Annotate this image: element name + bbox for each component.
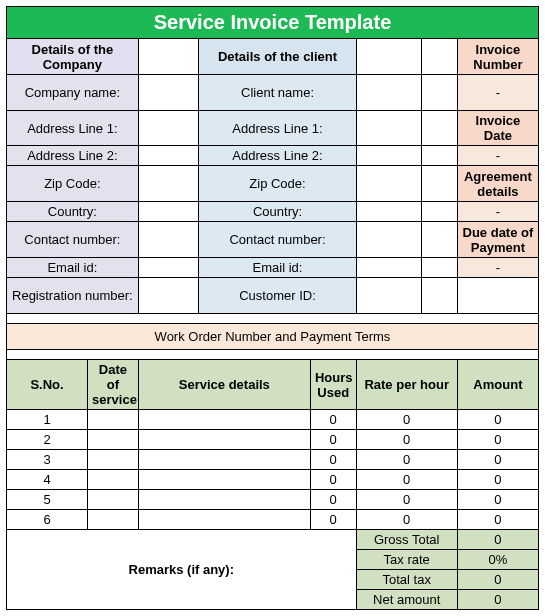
remarks-label[interactable]: Remarks (if any): xyxy=(7,530,357,610)
company-name-label: Company name: xyxy=(7,75,139,111)
amount-cell[interactable]: 0 xyxy=(457,510,538,530)
details-cell[interactable] xyxy=(138,430,310,450)
client-email-value[interactable] xyxy=(356,258,422,278)
svc-hdr-hours: Hours Used xyxy=(310,360,356,410)
company-email-label: Email id: xyxy=(7,258,139,278)
rate-cell[interactable]: 0 xyxy=(356,470,457,490)
header-client: Details of the client xyxy=(199,39,356,75)
client-contact-value[interactable] xyxy=(356,222,422,258)
hours-cell[interactable]: 0 xyxy=(310,430,356,450)
details-cell[interactable] xyxy=(138,410,310,430)
company-addr2-value[interactable] xyxy=(138,146,199,166)
company-contact-label: Contact number: xyxy=(7,222,139,258)
amount-cell[interactable]: 0 xyxy=(457,470,538,490)
amount-cell[interactable]: 0 xyxy=(457,450,538,470)
company-reg-value[interactable] xyxy=(138,278,199,314)
amount-cell[interactable]: 0 xyxy=(457,490,538,510)
company-country-value[interactable] xyxy=(138,202,199,222)
agreement-value[interactable]: - xyxy=(457,202,538,222)
blank-cell xyxy=(422,111,457,146)
invoice-table: Service Invoice Template Details of the … xyxy=(6,6,539,610)
rate-cell[interactable]: 0 xyxy=(356,430,457,450)
client-name-value[interactable] xyxy=(356,75,422,111)
header-invoice-number: Invoice Number xyxy=(457,39,538,75)
amount-cell[interactable]: 0 xyxy=(457,430,538,450)
client-custid-label: Customer ID: xyxy=(199,278,356,314)
invoice-date-value[interactable]: - xyxy=(457,146,538,166)
hours-cell[interactable]: 0 xyxy=(310,510,356,530)
total-tax-value: 0 xyxy=(457,570,538,590)
hours-cell[interactable]: 0 xyxy=(310,470,356,490)
company-name-value[interactable] xyxy=(138,75,199,111)
client-contact-label: Contact number: xyxy=(199,222,356,258)
svc-hdr-details: Service details xyxy=(138,360,310,410)
company-contact-value[interactable] xyxy=(138,222,199,258)
due-date-label: Due date of Payment xyxy=(457,222,538,258)
header-company: Details of the Company xyxy=(7,39,139,75)
hours-cell[interactable]: 0 xyxy=(310,450,356,470)
blank-cell xyxy=(356,39,422,75)
gross-total-label: Gross Total xyxy=(356,530,457,550)
table-row: 6 0 0 0 xyxy=(7,510,539,530)
blank-cell xyxy=(422,258,457,278)
rate-cell[interactable]: 0 xyxy=(356,450,457,470)
table-row: 3 0 0 0 xyxy=(7,450,539,470)
gross-total-value: 0 xyxy=(457,530,538,550)
company-zip-value[interactable] xyxy=(138,166,199,202)
date-cell[interactable] xyxy=(88,410,139,430)
client-addr2-label: Address Line 2: xyxy=(199,146,356,166)
svc-hdr-amount: Amount xyxy=(457,360,538,410)
rate-cell[interactable]: 0 xyxy=(356,510,457,530)
sno-cell: 1 xyxy=(7,410,88,430)
date-cell[interactable] xyxy=(88,510,139,530)
company-addr1-label: Address Line 1: xyxy=(7,111,139,146)
net-amount-label: Net amount xyxy=(356,590,457,610)
invoice-date-label: Invoice Date xyxy=(457,111,538,146)
client-addr1-label: Address Line 1: xyxy=(199,111,356,146)
client-custid-value[interactable] xyxy=(356,278,422,314)
blank-cell xyxy=(422,222,457,258)
company-zip-label: Zip Code: xyxy=(7,166,139,202)
details-cell[interactable] xyxy=(138,450,310,470)
blank-cell xyxy=(422,202,457,222)
blank-cell xyxy=(138,39,199,75)
client-country-label: Country: xyxy=(199,202,356,222)
due-date-value[interactable]: - xyxy=(457,258,538,278)
client-zip-value[interactable] xyxy=(356,166,422,202)
blank-cell xyxy=(422,278,457,314)
company-addr1-value[interactable] xyxy=(138,111,199,146)
date-cell[interactable] xyxy=(88,490,139,510)
date-cell[interactable] xyxy=(88,430,139,450)
svc-hdr-date: Date of service xyxy=(88,360,139,410)
date-cell[interactable] xyxy=(88,450,139,470)
blank-cell xyxy=(457,278,538,314)
agreement-label: Agreement details xyxy=(457,166,538,202)
invoice-number-value[interactable]: - xyxy=(457,75,538,111)
sno-cell: 6 xyxy=(7,510,88,530)
company-reg-label: Registration number: xyxy=(7,278,139,314)
invoice-title: Service Invoice Template xyxy=(7,7,539,39)
hours-cell[interactable]: 0 xyxy=(310,410,356,430)
work-order-header: Work Order Number and Payment Terms xyxy=(7,324,539,350)
details-cell[interactable] xyxy=(138,490,310,510)
tax-rate-value[interactable]: 0% xyxy=(457,550,538,570)
company-email-value[interactable] xyxy=(138,258,199,278)
client-country-value[interactable] xyxy=(356,202,422,222)
client-addr2-value[interactable] xyxy=(356,146,422,166)
rate-cell[interactable]: 0 xyxy=(356,410,457,430)
rate-cell[interactable]: 0 xyxy=(356,490,457,510)
company-country-label: Country: xyxy=(7,202,139,222)
table-row: 1 0 0 0 xyxy=(7,410,539,430)
spacer xyxy=(7,314,539,324)
details-cell[interactable] xyxy=(138,470,310,490)
table-row: 2 0 0 0 xyxy=(7,430,539,450)
tax-rate-label: Tax rate xyxy=(356,550,457,570)
amount-cell[interactable]: 0 xyxy=(457,410,538,430)
sno-cell: 2 xyxy=(7,430,88,450)
blank-cell xyxy=(422,166,457,202)
details-cell[interactable] xyxy=(138,510,310,530)
client-email-label: Email id: xyxy=(199,258,356,278)
client-addr1-value[interactable] xyxy=(356,111,422,146)
date-cell[interactable] xyxy=(88,470,139,490)
hours-cell[interactable]: 0 xyxy=(310,490,356,510)
